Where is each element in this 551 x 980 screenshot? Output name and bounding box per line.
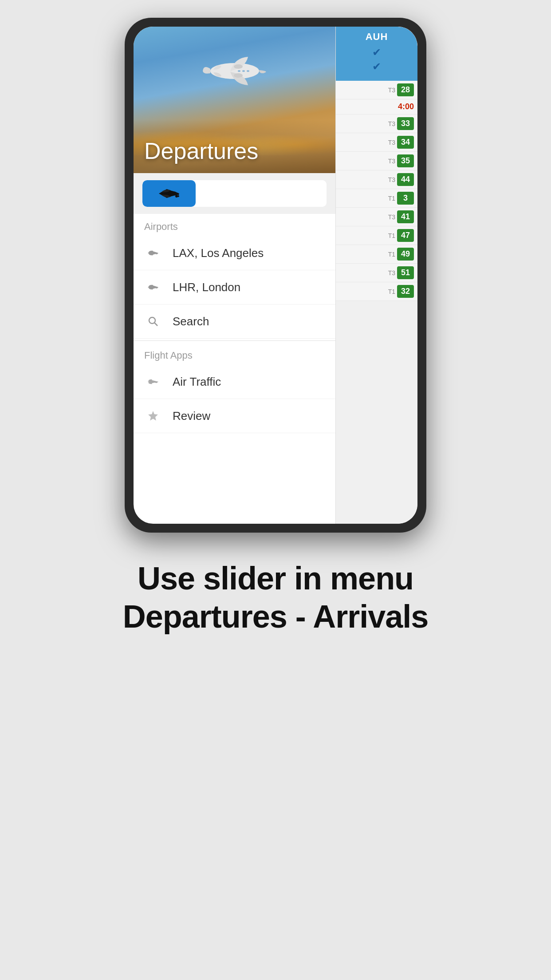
airport-icon-lax: [144, 244, 162, 262]
flight-apps-section-header: Flight Apps: [134, 343, 335, 365]
air-traffic-label: Air Traffic: [173, 375, 221, 389]
flight-gate: 44: [397, 173, 414, 186]
flight-row: T3 51: [336, 264, 417, 282]
search-bar-area: [134, 173, 335, 214]
search-label: Search: [173, 315, 209, 328]
lhr-label: LHR, London: [173, 281, 240, 294]
flight-gate: 35: [397, 154, 414, 167]
flight-time: 4:00: [398, 102, 414, 111]
flight-gate: 33: [397, 117, 414, 130]
svg-line-10: [155, 323, 158, 326]
search-pill[interactable]: [142, 180, 327, 207]
air-traffic-icon: [144, 373, 162, 391]
svg-point-1: [234, 64, 243, 69]
flight-row: T3 33: [336, 115, 417, 133]
check-icon-1: ✔: [372, 46, 381, 59]
phone-screen: Departures: [134, 27, 417, 524]
pill-airplane-icon: [157, 186, 181, 202]
bottom-caption-area: Use slider in menu Departures - Arrivals: [87, 533, 464, 654]
flight-gate: 3: [397, 192, 414, 205]
search-input-area[interactable]: [196, 180, 327, 207]
menu-list: Airports LAX, Los Angeles: [134, 214, 335, 433]
caption-line1: Use slider in menu: [123, 559, 429, 597]
svg-point-4: [242, 70, 245, 72]
flight-terminal: T1: [388, 232, 395, 239]
flight-row: T1 49: [336, 245, 417, 264]
search-icon: [144, 312, 162, 330]
airport-icon-lhr: [144, 278, 162, 296]
flight-row-time: 4:00: [336, 99, 417, 115]
svg-point-9: [149, 317, 155, 324]
flight-row: T1 47: [336, 226, 417, 245]
flight-row: T3 35: [336, 152, 417, 170]
flight-row: T3 41: [336, 208, 417, 226]
menu-divider: [134, 340, 335, 341]
flight-terminal: T3: [388, 87, 395, 94]
menu-item-search[interactable]: Search: [134, 304, 335, 339]
flight-gate: 28: [397, 83, 414, 96]
airport-code: AUH: [366, 31, 388, 43]
flight-row: T3 28: [336, 81, 417, 99]
departures-overlay: Departures: [134, 120, 335, 173]
svg-point-3: [247, 70, 249, 72]
menu-item-lhr[interactable]: LHR, London: [134, 270, 335, 304]
menu-item-lax[interactable]: LAX, Los Angeles: [134, 236, 335, 270]
flight-row: T3 44: [336, 170, 417, 189]
flight-gate: 34: [397, 136, 414, 149]
flight-terminal: T3: [388, 213, 395, 221]
svg-marker-11: [148, 411, 158, 421]
check-icon-2: ✔: [372, 60, 381, 73]
flight-terminal: T3: [388, 176, 395, 183]
airplane-hero-image: [190, 40, 279, 104]
flight-gate: 49: [397, 248, 414, 261]
flight-row: T1 3: [336, 189, 417, 208]
svg-point-5: [238, 70, 240, 72]
lax-label: LAX, Los Angeles: [173, 246, 264, 260]
svg-point-2: [234, 73, 243, 78]
app-right-panel: AUH ✔ ✔ T3 28 4:00 T3 33: [335, 27, 417, 524]
flight-terminal: T3: [388, 158, 395, 165]
flight-terminal: T3: [388, 269, 395, 277]
flight-terminal: T1: [388, 288, 395, 295]
menu-item-air-traffic[interactable]: Air Traffic: [134, 365, 335, 399]
app-left-panel: Departures: [134, 27, 335, 524]
flight-terminal: T1: [388, 195, 395, 202]
check-icons-area: ✔ ✔: [372, 43, 381, 76]
flight-gate: 47: [397, 229, 414, 242]
search-pill-blue-bg: [142, 180, 196, 207]
flight-terminal: T3: [388, 120, 395, 127]
flight-gate: 51: [397, 266, 414, 279]
phone-shell: Departures: [125, 18, 426, 533]
menu-item-review[interactable]: Review: [134, 399, 335, 433]
departures-title: Departures: [144, 138, 258, 164]
flight-terminal: T1: [388, 251, 395, 258]
flight-gate: 41: [397, 210, 414, 223]
hero-area: Departures: [134, 27, 335, 173]
right-header: AUH ✔ ✔: [336, 27, 417, 81]
flight-list: T3 28 4:00 T3 33 T3 34: [336, 81, 417, 524]
svg-point-7: [177, 195, 179, 197]
flight-gate: 32: [397, 285, 414, 298]
review-icon: [144, 407, 162, 425]
flight-row: T1 32: [336, 282, 417, 301]
flight-terminal: T3: [388, 139, 395, 146]
flight-row: T3 34: [336, 133, 417, 152]
caption-line2: Departures - Arrivals: [123, 597, 429, 636]
airports-section-header: Airports: [134, 214, 335, 236]
review-label: Review: [173, 409, 210, 423]
